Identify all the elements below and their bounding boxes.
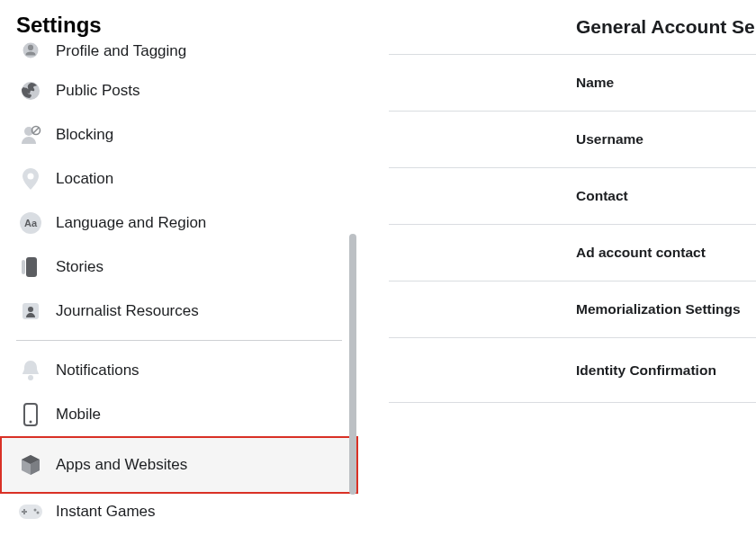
pin-icon	[18, 166, 43, 192]
setting-row-identity-confirmation[interactable]: Identity Confirmation	[389, 338, 756, 403]
sidebar-item-stories[interactable]: Stories	[0, 245, 358, 289]
sidebar-item-label: Notifications	[56, 362, 140, 380]
setting-label: Identity Confirmation	[576, 362, 716, 379]
sidebar-item-apps-websites[interactable]: Apps and Websites	[0, 436, 358, 494]
person-block-icon	[18, 122, 43, 147]
sidebar-item-label: Language and Region	[56, 214, 206, 232]
sidebar-item-label: Mobile	[56, 406, 101, 424]
sidebar-item-profile-tagging[interactable]: Profile and Tagging	[0, 41, 358, 68]
settings-sidebar: Settings Profile and Tagging	[0, 0, 358, 536]
sidebar-item-language-region[interactable]: Aa Language and Region	[0, 201, 358, 245]
setting-row-username[interactable]: Username	[389, 112, 756, 168]
sidebar-item-label: Location	[56, 170, 113, 188]
mobile-icon	[18, 402, 43, 427]
setting-label: Contact	[576, 188, 628, 204]
svg-point-11	[28, 307, 33, 312]
svg-rect-17	[22, 511, 27, 513]
svg-rect-8	[26, 257, 37, 277]
setting-row-memorialization[interactable]: Memorialization Settings	[389, 281, 756, 338]
setting-row-ad-account-contact[interactable]: Ad account contact	[389, 225, 756, 281]
sidebar-item-notifications[interactable]: Notifications	[0, 348, 358, 392]
sidebar-item-instant-games[interactable]: Instant Games	[0, 494, 358, 530]
svg-point-12	[28, 375, 33, 380]
sidebar-item-label: Instant Games	[56, 503, 156, 521]
sidebar-item-mobile[interactable]: Mobile	[0, 392, 358, 436]
content-title-row: General Account Se	[389, 16, 756, 55]
sidebar-item-label: Journalist Resources	[56, 302, 199, 320]
cube-icon	[18, 452, 43, 478]
sidebar-item-label: Profile and Tagging	[56, 42, 186, 60]
content-title: General Account Se	[389, 16, 756, 38]
sidebar-item-label: Public Posts	[56, 82, 140, 100]
setting-label: Username	[576, 131, 644, 147]
sidebar-item-label: Blocking	[56, 126, 113, 144]
setting-label: Name	[576, 75, 614, 91]
sidebar-item-label: Apps and Websites	[56, 456, 187, 474]
svg-point-19	[37, 512, 40, 514]
sidebar-menu: Profile and Tagging Public Posts	[0, 41, 358, 530]
profile-tagging-icon	[18, 41, 43, 63]
setting-row-name[interactable]: Name	[389, 55, 756, 112]
setting-label: Memorialization Settings	[576, 301, 741, 317]
svg-point-18	[34, 509, 37, 512]
svg-point-14	[30, 420, 32, 423]
language-icon: Aa	[18, 210, 43, 236]
globe-icon	[18, 78, 43, 103]
svg-line-4	[33, 128, 39, 133]
sidebar-divider	[16, 340, 342, 341]
setting-row-contact[interactable]: Contact	[389, 168, 756, 225]
journalist-icon	[18, 299, 43, 324]
bell-icon	[18, 358, 43, 383]
stories-icon	[18, 255, 43, 280]
sidebar-item-blocking[interactable]: Blocking	[0, 112, 358, 156]
svg-text:Aa: Aa	[24, 218, 38, 228]
sidebar-scrollbar[interactable]	[349, 234, 356, 531]
sidebar-title: Settings	[0, 0, 358, 43]
setting-label: Ad account contact	[576, 245, 706, 261]
svg-point-5	[28, 173, 34, 179]
content-panel: General Account Se Name Username Contact…	[389, 0, 756, 536]
sidebar-item-journalist-resources[interactable]: Journalist Resources	[0, 289, 358, 333]
svg-rect-9	[22, 260, 25, 274]
gamepad-icon	[18, 499, 43, 524]
sidebar-item-location[interactable]: Location	[0, 156, 358, 201]
sidebar-item-public-posts[interactable]: Public Posts	[0, 68, 358, 112]
sidebar-item-label: Stories	[56, 258, 104, 276]
scrollbar-thumb[interactable]	[349, 234, 356, 495]
